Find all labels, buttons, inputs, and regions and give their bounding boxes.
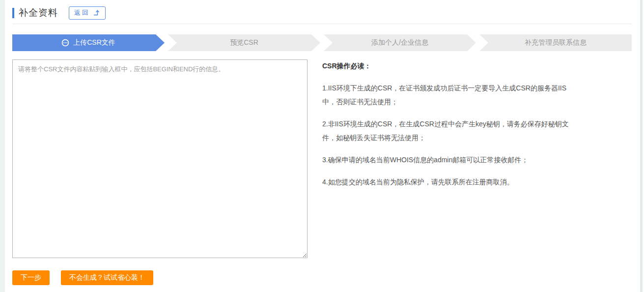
step-upload-csr[interactable]: 上传CSR文件 <box>12 34 165 51</box>
easy-install-button[interactable]: 不会生成？试试省心装！ <box>61 270 153 285</box>
page-header: 补全资料 返回 <box>12 6 632 19</box>
notice-title: CSR操作必读： <box>322 62 576 71</box>
step-admin-contact[interactable]: 补充管理员联系信息 <box>479 34 632 51</box>
return-arrow-icon <box>93 10 100 16</box>
step-label: 添加个人/企业信息 <box>371 38 428 47</box>
ellipsis-circle-icon <box>61 39 69 47</box>
content-area: 补全资料 返回 <box>12 0 632 285</box>
back-button-label: 返回 <box>74 8 90 17</box>
footer-actions: 下一步 不会生成？试试省心装！ <box>12 270 632 285</box>
notice-item-4: 4.如您提交的域名当前为隐私保护，请先联系所在注册商取消。 <box>322 175 576 189</box>
wizard-stepper: 上传CSR文件 预览CSR 添加个人/企业信息 补充管理员联系信息 <box>12 34 632 51</box>
step-add-info[interactable]: 添加个人/企业信息 <box>324 34 476 51</box>
page: 补全资料 返回 <box>0 0 644 292</box>
step-label: 补充管理员联系信息 <box>525 38 587 47</box>
step-label: 上传CSR文件 <box>73 38 115 47</box>
back-button[interactable]: 返回 <box>69 6 106 20</box>
step-preview-csr[interactable]: 预览CSR <box>168 34 320 51</box>
csr-input[interactable] <box>12 59 308 258</box>
notice-item-1: 1.IIS环境下生成的CSR，在证书颁发成功后证书一定要导入生成CSR的服务器I… <box>322 81 576 109</box>
notice-item-3: 3.确保申请的域名当前WHOIS信息的admin邮箱可以正常接收邮件； <box>322 153 576 167</box>
csr-notice-panel: CSR操作必读： 1.IIS环境下生成的CSR，在证书颁发成功后证书一定要导入生… <box>322 59 576 197</box>
next-step-button[interactable]: 下一步 <box>12 270 50 285</box>
step-label: 预览CSR <box>230 38 258 47</box>
left-edge-strip <box>0 0 5 292</box>
header-divider <box>12 24 632 24</box>
notice-item-2: 2.非IIS环境生成的CSR，在生成CSR过程中会产生key秘钥，请务必保存好秘… <box>322 117 576 145</box>
right-edge-strip <box>640 0 643 292</box>
main-area: CSR操作必读： 1.IIS环境下生成的CSR，在证书颁发成功后证书一定要导入生… <box>12 59 632 258</box>
page-title: 补全资料 <box>19 6 58 19</box>
title-accent-bar <box>12 8 14 18</box>
